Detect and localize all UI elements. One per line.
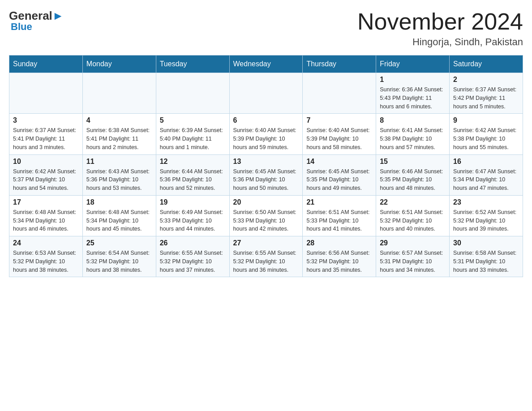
day-number: 6	[233, 116, 299, 124]
calendar-cell: 2Sunrise: 6:37 AM Sunset: 5:42 PM Daylig…	[450, 73, 523, 114]
month-title: November 2024	[357, 9, 523, 34]
calendar-cell	[9, 73, 83, 114]
day-info: Sunrise: 6:42 AM Sunset: 5:38 PM Dayligh…	[453, 126, 519, 151]
day-number: 1	[380, 76, 446, 84]
calendar-cell: 6Sunrise: 6:40 AM Sunset: 5:39 PM Daylig…	[229, 114, 303, 154]
day-number: 22	[380, 198, 446, 206]
day-info: Sunrise: 6:55 AM Sunset: 5:32 PM Dayligh…	[160, 249, 226, 274]
day-info: Sunrise: 6:45 AM Sunset: 5:36 PM Dayligh…	[233, 167, 299, 193]
day-number: 23	[453, 198, 519, 206]
calendar-cell: 1Sunrise: 6:36 AM Sunset: 5:43 PM Daylig…	[376, 73, 450, 114]
weekday-header-saturday: Saturday	[450, 56, 523, 73]
day-number: 21	[306, 198, 372, 206]
page-header: General ► Blue November 2024 Hingorja, S…	[9, 9, 523, 48]
day-number: 4	[86, 116, 152, 124]
day-info: Sunrise: 6:37 AM Sunset: 5:42 PM Dayligh…	[453, 86, 519, 111]
calendar-cell: 7Sunrise: 6:40 AM Sunset: 5:39 PM Daylig…	[303, 114, 376, 154]
day-info: Sunrise: 6:58 AM Sunset: 5:31 PM Dayligh…	[453, 249, 519, 274]
day-number: 20	[233, 198, 299, 206]
weekday-header-sunday: Sunday	[9, 56, 83, 73]
day-number: 24	[13, 239, 79, 247]
logo-subtitle: Blue	[11, 21, 32, 33]
calendar-cell: 17Sunrise: 6:48 AM Sunset: 5:34 PM Dayli…	[9, 195, 83, 236]
day-info: Sunrise: 6:48 AM Sunset: 5:34 PM Dayligh…	[13, 208, 79, 233]
day-info: Sunrise: 6:42 AM Sunset: 5:37 PM Dayligh…	[13, 167, 79, 193]
day-number: 25	[86, 239, 152, 247]
day-number: 13	[233, 158, 299, 166]
day-info: Sunrise: 6:48 AM Sunset: 5:34 PM Dayligh…	[86, 208, 152, 233]
day-number: 17	[13, 198, 79, 206]
calendar-cell: 13Sunrise: 6:45 AM Sunset: 5:36 PM Dayli…	[229, 154, 303, 195]
calendar-week-row: 17Sunrise: 6:48 AM Sunset: 5:34 PM Dayli…	[9, 195, 523, 236]
calendar-cell: 5Sunrise: 6:39 AM Sunset: 5:40 PM Daylig…	[156, 114, 229, 154]
day-number: 12	[160, 158, 226, 166]
calendar-cell	[303, 73, 376, 114]
calendar-cell	[156, 73, 229, 114]
calendar-week-row: 10Sunrise: 6:42 AM Sunset: 5:37 PM Dayli…	[9, 154, 523, 195]
day-info: Sunrise: 6:51 AM Sunset: 5:33 PM Dayligh…	[306, 208, 372, 233]
location-title: Hingorja, Sindh, Pakistan	[357, 36, 523, 48]
day-info: Sunrise: 6:51 AM Sunset: 5:32 PM Dayligh…	[380, 208, 446, 233]
calendar-cell: 9Sunrise: 6:42 AM Sunset: 5:38 PM Daylig…	[450, 114, 523, 154]
calendar-week-row: 3Sunrise: 6:37 AM Sunset: 5:41 PM Daylig…	[9, 114, 523, 154]
day-info: Sunrise: 6:49 AM Sunset: 5:33 PM Dayligh…	[160, 208, 226, 233]
day-number: 9	[453, 116, 519, 124]
calendar-cell: 19Sunrise: 6:49 AM Sunset: 5:33 PM Dayli…	[156, 195, 229, 236]
day-info: Sunrise: 6:45 AM Sunset: 5:35 PM Dayligh…	[306, 167, 372, 193]
day-number: 8	[380, 116, 446, 124]
calendar-cell: 14Sunrise: 6:45 AM Sunset: 5:35 PM Dayli…	[303, 154, 376, 195]
day-info: Sunrise: 6:39 AM Sunset: 5:40 PM Dayligh…	[160, 126, 226, 151]
calendar-cell: 11Sunrise: 6:43 AM Sunset: 5:36 PM Dayli…	[82, 154, 156, 195]
day-info: Sunrise: 6:53 AM Sunset: 5:32 PM Dayligh…	[13, 249, 79, 274]
day-number: 26	[160, 239, 226, 247]
day-info: Sunrise: 6:54 AM Sunset: 5:32 PM Dayligh…	[86, 249, 152, 274]
weekday-header-row: SundayMondayTuesdayWednesdayThursdayFrid…	[9, 56, 523, 73]
weekday-header-friday: Friday	[376, 56, 450, 73]
weekday-header-wednesday: Wednesday	[229, 56, 303, 73]
calendar-cell	[82, 73, 156, 114]
day-number: 3	[13, 116, 79, 124]
calendar-table: SundayMondayTuesdayWednesdayThursdayFrid…	[9, 55, 523, 277]
day-number: 14	[306, 158, 372, 166]
day-info: Sunrise: 6:55 AM Sunset: 5:32 PM Dayligh…	[233, 249, 299, 274]
calendar-cell: 4Sunrise: 6:38 AM Sunset: 5:41 PM Daylig…	[82, 114, 156, 154]
calendar-cell: 16Sunrise: 6:47 AM Sunset: 5:34 PM Dayli…	[450, 154, 523, 195]
calendar-cell: 10Sunrise: 6:42 AM Sunset: 5:37 PM Dayli…	[9, 154, 83, 195]
day-info: Sunrise: 6:38 AM Sunset: 5:41 PM Dayligh…	[86, 126, 152, 151]
day-number: 28	[306, 239, 372, 247]
calendar-cell: 30Sunrise: 6:58 AM Sunset: 5:31 PM Dayli…	[450, 236, 523, 277]
calendar-cell: 26Sunrise: 6:55 AM Sunset: 5:32 PM Dayli…	[156, 236, 229, 277]
day-number: 7	[306, 116, 372, 124]
day-info: Sunrise: 6:43 AM Sunset: 5:36 PM Dayligh…	[86, 167, 152, 193]
day-info: Sunrise: 6:52 AM Sunset: 5:32 PM Dayligh…	[453, 208, 519, 233]
day-number: 2	[453, 76, 519, 84]
calendar-cell: 8Sunrise: 6:41 AM Sunset: 5:38 PM Daylig…	[376, 114, 450, 154]
day-number: 15	[380, 158, 446, 166]
logo-blue-text: ►	[52, 9, 64, 23]
day-number: 29	[380, 239, 446, 247]
day-number: 10	[13, 158, 79, 166]
day-info: Sunrise: 6:40 AM Sunset: 5:39 PM Dayligh…	[306, 126, 372, 151]
calendar-cell: 3Sunrise: 6:37 AM Sunset: 5:41 PM Daylig…	[9, 114, 83, 154]
weekday-header-tuesday: Tuesday	[156, 56, 229, 73]
day-number: 5	[160, 116, 226, 124]
logo: General ► Blue	[9, 9, 64, 33]
calendar-cell: 18Sunrise: 6:48 AM Sunset: 5:34 PM Dayli…	[82, 195, 156, 236]
day-number: 30	[453, 239, 519, 247]
calendar-cell: 27Sunrise: 6:55 AM Sunset: 5:32 PM Dayli…	[229, 236, 303, 277]
calendar-cell: 28Sunrise: 6:56 AM Sunset: 5:32 PM Dayli…	[303, 236, 376, 277]
day-info: Sunrise: 6:36 AM Sunset: 5:43 PM Dayligh…	[380, 86, 446, 111]
day-number: 19	[160, 198, 226, 206]
day-info: Sunrise: 6:41 AM Sunset: 5:38 PM Dayligh…	[380, 126, 446, 151]
calendar-cell: 20Sunrise: 6:50 AM Sunset: 5:33 PM Dayli…	[229, 195, 303, 236]
day-number: 11	[86, 158, 152, 166]
day-info: Sunrise: 6:40 AM Sunset: 5:39 PM Dayligh…	[233, 126, 299, 151]
calendar-cell: 21Sunrise: 6:51 AM Sunset: 5:33 PM Dayli…	[303, 195, 376, 236]
calendar-cell: 12Sunrise: 6:44 AM Sunset: 5:36 PM Dayli…	[156, 154, 229, 195]
day-info: Sunrise: 6:44 AM Sunset: 5:36 PM Dayligh…	[160, 167, 226, 193]
day-number: 18	[86, 198, 152, 206]
title-section: November 2024 Hingorja, Sindh, Pakistan	[357, 9, 523, 48]
calendar-cell: 25Sunrise: 6:54 AM Sunset: 5:32 PM Dayli…	[82, 236, 156, 277]
calendar-cell: 24Sunrise: 6:53 AM Sunset: 5:32 PM Dayli…	[9, 236, 83, 277]
calendar-cell: 23Sunrise: 6:52 AM Sunset: 5:32 PM Dayli…	[450, 195, 523, 236]
